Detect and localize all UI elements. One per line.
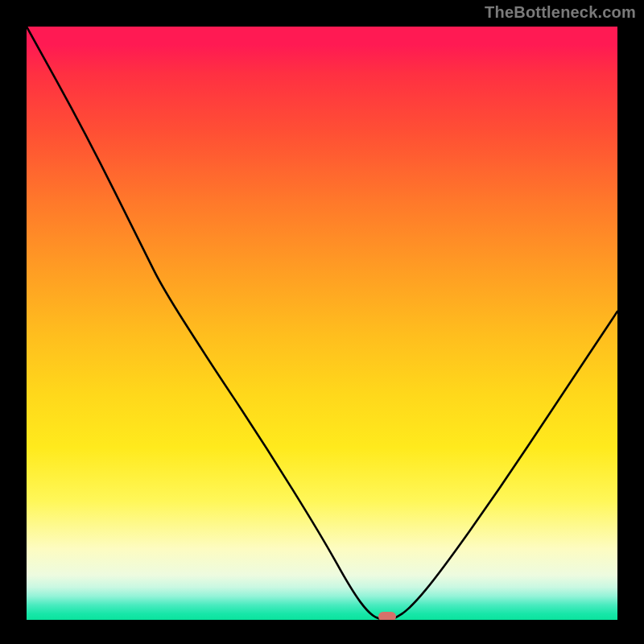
chart-frame: TheBottleneck.com (0, 0, 644, 644)
optimum-marker (378, 612, 396, 620)
background-gradient (27, 27, 617, 620)
plot-area (27, 27, 617, 620)
watermark-text: TheBottleneck.com (485, 3, 636, 22)
